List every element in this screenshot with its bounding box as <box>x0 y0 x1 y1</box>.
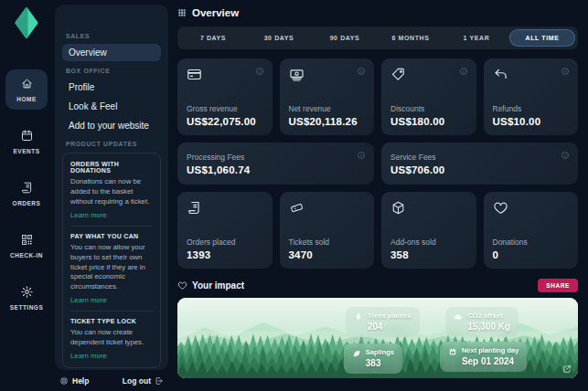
info-icon[interactable] <box>459 67 468 76</box>
heart-icon <box>177 280 187 291</box>
sidebar-item-look-and-feel[interactable]: Look & Feel <box>62 98 161 115</box>
badge-label: Trees planted <box>368 312 412 320</box>
calendar-icon <box>448 347 457 356</box>
rail-item-label: CHECK-IN <box>10 252 43 259</box>
product-updates-card: ORDERS WITH DONATIONS Donations can now … <box>62 153 161 368</box>
brand-logo-icon[interactable] <box>13 7 40 38</box>
stat-card-tickets-sold: Tickets sold 3470 <box>280 192 375 269</box>
stat-card-orders-placed: Orders placed 1393 <box>177 192 273 269</box>
rail-item-label: SETTINGS <box>10 304 44 311</box>
share-button[interactable]: SHARE <box>538 279 578 292</box>
badge-label: Next planting day <box>462 346 519 354</box>
heart-icon <box>493 200 508 216</box>
stat-value: 3470 <box>289 249 366 260</box>
rail-item-check-in[interactable]: CHECK-IN <box>5 226 48 266</box>
learn-more-link[interactable]: Learn more <box>70 352 153 360</box>
tree-icon <box>354 312 363 322</box>
info-icon[interactable] <box>357 67 366 76</box>
secondary-sidebar: SALES Overview BOX OFFICE Profile Look &… <box>53 0 168 391</box>
rail-item-events[interactable]: EVENTS <box>5 122 48 162</box>
stat-label: Add-ons sold <box>390 238 467 247</box>
home-icon <box>20 77 34 90</box>
stat-value: US$20,118.26 <box>289 116 366 127</box>
filter-tab-7-days[interactable]: 7 DAYS <box>180 29 246 47</box>
badge-value: 204 <box>368 322 412 332</box>
banknote-icon <box>289 67 305 82</box>
update-title: PAY WHAT YOU CAN <box>70 233 153 239</box>
page-title: Overview <box>192 7 239 18</box>
rail-item-label: HOME <box>16 96 37 102</box>
learn-more-link[interactable]: Learn more <box>70 211 153 219</box>
divider <box>70 311 153 312</box>
section-label-product-updates: PRODUCT UPDATES <box>66 141 157 147</box>
badge-label: CO2 offset <box>467 312 510 320</box>
stats-row-volume: Orders placed 1393 Tickets sold 3470 Add… <box>177 192 578 269</box>
divider <box>70 226 153 227</box>
sidebar-panel: SALES Overview BOX OFFICE Profile Look &… <box>55 5 168 370</box>
stat-value: 358 <box>390 249 467 260</box>
receipt-icon <box>20 181 34 195</box>
section-label-sales: SALES <box>66 33 157 39</box>
stat-value: 0 <box>493 249 570 260</box>
badge-value: Sep 01 2024 <box>462 356 519 366</box>
badge-value: 383 <box>366 358 394 368</box>
update-item: PAY WHAT YOU CAN You can now allow your … <box>70 233 153 305</box>
stat-label: Gross revenue <box>187 104 263 113</box>
stat-label: Net revenue <box>289 104 366 113</box>
stat-card-net-revenue: Net revenue US$20,118.26 <box>280 58 375 135</box>
external-link-icon[interactable] <box>562 365 572 374</box>
stat-card-donations: Donations 0 <box>484 192 579 269</box>
sidebar-item-overview[interactable]: Overview <box>62 44 161 61</box>
stat-value: US$10.00 <box>493 116 570 127</box>
badge-value: 15,300 Kg <box>467 322 510 332</box>
receipt-icon <box>187 200 202 216</box>
stat-label: Refunds <box>493 104 570 113</box>
impact-title: Your impact <box>192 280 244 291</box>
rail-item-settings[interactable]: SETTINGS <box>5 278 48 318</box>
logout-button[interactable]: Log out <box>123 376 164 386</box>
section-label-box-office: BOX OFFICE <box>66 68 157 74</box>
rail-item-orders[interactable]: ORDERS <box>5 174 48 214</box>
learn-more-link[interactable]: Learn more <box>70 296 153 304</box>
lifebuoy-icon <box>59 376 69 386</box>
info-icon[interactable] <box>561 67 570 76</box>
tag-icon <box>390 67 406 82</box>
impact-header: Your impact SHARE <box>177 279 578 292</box>
stat-value: 1393 <box>187 249 263 260</box>
logout-icon <box>155 376 164 386</box>
stat-card-gross-revenue: Gross revenue US$22,075.00 <box>177 58 273 135</box>
stat-value: US$1,060.74 <box>187 164 365 175</box>
calendar-icon <box>20 129 34 143</box>
sidebar-item-add-to-website[interactable]: Add to your website <box>62 117 161 134</box>
leaf-icon <box>352 349 361 358</box>
filter-tab-all-time[interactable]: ALL TIME <box>509 29 575 47</box>
info-icon[interactable] <box>357 151 366 160</box>
stat-label: Processing Fees <box>187 153 365 162</box>
cube-icon <box>390 200 406 216</box>
stat-value: US$706.00 <box>390 164 569 175</box>
stat-label: Service Fees <box>390 153 569 162</box>
stat-label: Tickets sold <box>289 238 366 247</box>
sidebar-item-profile[interactable]: Profile <box>62 79 161 96</box>
return-arrow-icon <box>493 67 508 82</box>
stat-value: US$180.00 <box>390 116 467 127</box>
rail-item-home[interactable]: HOME <box>5 69 48 110</box>
update-item: TICKET TYPE LOCK You can now create depe… <box>70 318 153 360</box>
help-button[interactable]: Help <box>59 376 89 386</box>
info-icon[interactable] <box>561 151 570 160</box>
filter-tab-1-year[interactable]: 1 YEAR <box>444 29 509 47</box>
stat-label: Donations <box>493 238 570 247</box>
impact-badge-next-planting-day: Next planting day Sep 01 2024 <box>440 342 528 372</box>
date-range-filter: 7 DAYS 30 DAYS 90 DAYS 6 MONTHS 1 YEAR A… <box>177 26 578 49</box>
stat-label: Orders placed <box>187 238 263 247</box>
filter-tab-90-days[interactable]: 90 DAYS <box>312 29 378 47</box>
stats-row-fees: Processing Fees US$1,060.74 Service Fees… <box>177 143 578 185</box>
filter-tab-6-months[interactable]: 6 MONTHS <box>378 29 444 47</box>
filter-tab-30-days[interactable]: 30 DAYS <box>246 29 312 47</box>
info-icon[interactable] <box>255 67 264 76</box>
rail-item-label: ORDERS <box>13 200 41 206</box>
stats-row-revenue: Gross revenue US$22,075.00 Net revenue U… <box>177 58 578 135</box>
update-title: TICKET TYPE LOCK <box>70 318 153 324</box>
gear-icon <box>20 285 34 299</box>
impact-panel: Trees planted 204 CO2 offset 15,300 Kg S… <box>177 298 578 378</box>
